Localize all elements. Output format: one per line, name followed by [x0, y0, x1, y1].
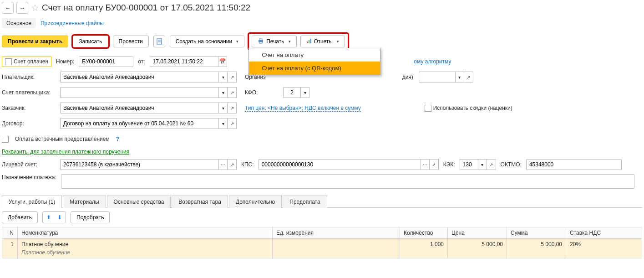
kps-open-icon[interactable]: ↗	[430, 159, 439, 170]
conduct-and-close-button[interactable]: Провести и закрыть	[2, 36, 68, 47]
payer-label: Плательщик:	[2, 74, 56, 80]
conduct-button[interactable]: Провести	[113, 36, 149, 47]
oktmo-label: ОКТМО:	[501, 161, 522, 168]
payment-req-header[interactable]: Реквизиты для заполнения платежного пору…	[2, 149, 129, 155]
page-title: Счет на оплату БУ00-000001 от 17.05.2021…	[42, 3, 250, 13]
tab-returnable[interactable]: Возвратная тара	[172, 196, 228, 208]
svg-rect-7	[307, 41, 308, 43]
tab-additional[interactable]: Дополнительно	[229, 196, 282, 208]
svg-rect-0	[157, 39, 162, 44]
org-open-icon[interactable]: ↗	[464, 72, 473, 82]
kps-more-icon[interactable]: ⋯	[421, 159, 430, 170]
kek-dropdown-icon[interactable]: ▾	[478, 159, 487, 170]
move-down-icon[interactable]: ⬇	[55, 213, 65, 222]
nav-back-button[interactable]: ←	[2, 2, 14, 14]
document-status-icon[interactable]	[153, 36, 165, 47]
print-reports-group: Печать Отчеты	[249, 34, 348, 49]
kfo-label: КФО:	[245, 89, 279, 96]
price-type-link[interactable]: Тип цен: <Не выбран>; НДС включен в сумм…	[245, 105, 361, 112]
tab-main[interactable]: Основное	[2, 18, 36, 28]
tab-services[interactable]: Услуги, работы (1)	[2, 196, 62, 208]
col-qty: Количество	[400, 227, 448, 239]
payer-account-open-icon[interactable]: ↗	[228, 87, 237, 98]
org-dropdown-icon[interactable]: ▾	[455, 72, 464, 82]
contract-label: Договор:	[2, 120, 56, 127]
cell-nomenclature: Платное обучение Платное обучение	[18, 239, 273, 258]
payer-dropdown-icon[interactable]: ▾	[218, 72, 228, 82]
personal-account-open-icon[interactable]: ↗	[228, 159, 237, 170]
move-up-icon[interactable]: ⬆	[44, 213, 54, 222]
print-menu-invoice-qr[interactable]: Счет на оплату (с QR-кодом)	[249, 62, 380, 75]
kfo-dropdown-icon[interactable]: ▾	[300, 87, 309, 98]
kek-input[interactable]	[460, 159, 478, 170]
payer-account-input[interactable]	[60, 87, 218, 98]
move-row-buttons: ⬆ ⬇	[42, 211, 66, 223]
help-icon[interactable]: ?	[116, 136, 119, 142]
counter-payment-label: Оплата встречным предоставлением	[15, 136, 110, 142]
print-menu-invoice[interactable]: Счет на оплату	[249, 48, 380, 62]
svg-rect-9	[310, 39, 311, 43]
cell-qty: 1,000	[400, 239, 448, 258]
cell-n: 1	[2, 239, 18, 258]
personal-account-input[interactable]	[60, 159, 218, 170]
col-n: N	[2, 227, 18, 239]
cell-nom-sub: Платное обучение	[21, 247, 269, 256]
customer-dropdown-icon[interactable]: ▾	[218, 103, 228, 113]
contract-dropdown-icon[interactable]: ▾	[218, 118, 228, 129]
calendar-icon[interactable]: 📅	[218, 56, 227, 67]
personal-account-label: Лицевой счет:	[2, 161, 56, 168]
oktmo-input[interactable]	[526, 159, 622, 170]
col-price: Цена	[448, 227, 507, 239]
col-sum: Сумма	[507, 227, 566, 239]
tab-prepayment[interactable]: Предоплата	[283, 196, 327, 208]
paid-chip: Счет оплачен	[2, 57, 51, 67]
svg-rect-5	[259, 39, 262, 40]
table-row[interactable]: 1 Платное обучение Платное обучение 1,00…	[2, 239, 642, 258]
pick-button[interactable]: Подобрать	[71, 211, 110, 223]
paid-checkbox[interactable]	[5, 58, 12, 65]
payer-input[interactable]	[60, 72, 218, 82]
payer-account-dropdown-icon[interactable]: ▾	[218, 87, 228, 98]
contract-open-icon[interactable]: ↗	[228, 118, 237, 129]
printer-icon	[258, 38, 264, 45]
cell-vat: 20%	[566, 239, 642, 258]
favorite-star-icon[interactable]: ☆	[31, 2, 39, 13]
customer-input[interactable]	[60, 103, 218, 113]
reports-button[interactable]: Отчеты	[300, 36, 345, 47]
algorithm-link[interactable]: ому алгоритму	[414, 58, 451, 65]
cell-unit	[273, 239, 400, 258]
discount-checkbox[interactable]	[425, 105, 431, 112]
kps-input[interactable]	[259, 159, 421, 170]
payer-open-icon[interactable]: ↗	[228, 72, 237, 82]
org-input-tail[interactable]	[419, 72, 455, 82]
customer-open-icon[interactable]: ↗	[228, 103, 237, 113]
tab-materials[interactable]: Материалы	[63, 196, 106, 208]
kek-open-icon[interactable]: ↗	[487, 159, 496, 170]
counter-payment-checkbox[interactable]	[2, 136, 9, 143]
kps-label: КПС:	[241, 161, 254, 168]
col-nomenclature: Номенклатура	[18, 227, 273, 239]
nav-forward-button[interactable]: →	[16, 2, 28, 14]
payer-account-label: Счет плательщика:	[2, 89, 56, 96]
payment-purpose-input[interactable]	[61, 174, 634, 189]
save-button[interactable]: Записать	[73, 36, 108, 47]
create-based-on-button[interactable]: Создать на основании	[170, 36, 245, 47]
kek-label: КЭК:	[443, 161, 455, 168]
paid-label: Счет оплачен	[14, 58, 48, 65]
col-vat: Ставка НДС	[566, 227, 642, 239]
tab-fixed-assets[interactable]: Основные средства	[107, 196, 171, 208]
kfo-input[interactable]	[283, 87, 300, 98]
contract-input[interactable]	[60, 118, 218, 129]
print-button[interactable]: Печать	[252, 36, 296, 47]
cell-nom-main: Платное обучение	[21, 241, 269, 247]
cell-sum: 5 000,00	[507, 239, 566, 258]
personal-account-more-icon[interactable]: ⋯	[218, 159, 228, 170]
discount-label: Использовать скидки (наценки)	[433, 105, 512, 111]
print-label: Печать	[266, 38, 284, 45]
cell-price: 5 000,00	[448, 239, 507, 258]
tab-attached-files[interactable]: Присоединенные файлы	[36, 18, 108, 28]
payment-purpose-label: Назначение платежа:	[2, 174, 56, 181]
date-input[interactable]	[150, 56, 218, 67]
add-row-button[interactable]: Добавить	[2, 211, 38, 223]
number-input[interactable]	[79, 56, 133, 67]
